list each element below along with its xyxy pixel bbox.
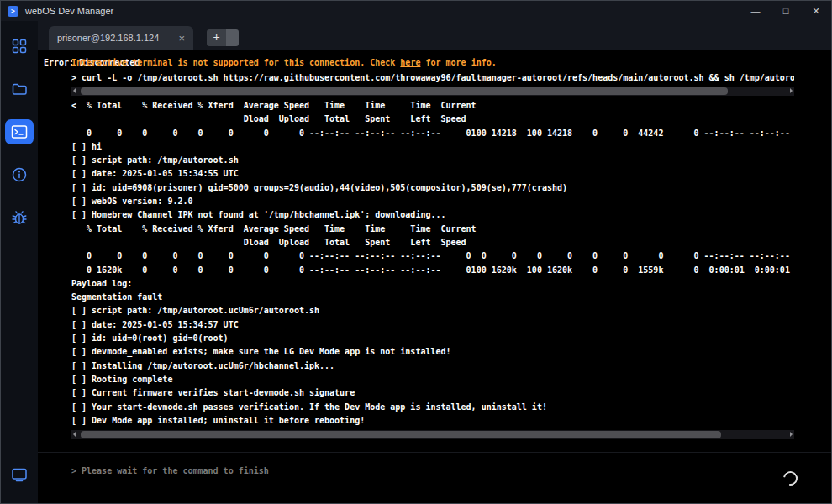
- terminal-line: [ ] Homebrew Channel IPK not found at '/…: [71, 208, 794, 222]
- window-minimize-button[interactable]: —: [740, 1, 771, 21]
- plus-icon[interactable]: +: [207, 29, 226, 46]
- terminal-line: [ ] Rooting complete: [71, 373, 794, 386]
- terminal-warning: Interactive terminal is not supported fo…: [71, 58, 497, 67]
- app-title: webOS Dev Manager: [25, 6, 113, 16]
- terminal-line: Segmentation fault: [71, 291, 794, 304]
- terminal-line: [ ] id: uid=6908(prisoner) gid=5000 grou…: [71, 181, 794, 195]
- status-message: > Please wait for the command to finish: [71, 453, 831, 475]
- tab-session[interactable]: prisoner@192.168.1.124 ×: [49, 26, 193, 50]
- info-icon: [11, 166, 28, 183]
- sidebar: [1, 21, 38, 503]
- terminal-icon: [5, 119, 34, 144]
- terminal-line: [ ] date: 2025-01-05 15:34:55 UTC: [71, 167, 794, 181]
- tab-close-icon[interactable]: ×: [178, 33, 185, 44]
- terminal-line: 0 0 0 0 0 0 0 0 --:--:-- --:--:-- --:--:…: [71, 127, 794, 140]
- terminal-line: [ ] devmode_enabled exists; make sure th…: [71, 345, 794, 359]
- scrollbar-thumb[interactable]: [81, 431, 721, 438]
- app-icon: >: [8, 6, 18, 17]
- terminal-line: [ ] script path: /tmp/autoroot.ucUm6r/au…: [71, 304, 794, 318]
- apps-grid-icon: [11, 38, 28, 55]
- command-status-bar: > Please wait for the command to finish: [38, 452, 831, 503]
- titlebar: > webOS Dev Manager — □ ✕: [1, 1, 831, 21]
- tabbar: prisoner@192.168.1.124 × +: [38, 21, 831, 50]
- scroll-left-arrow-icon[interactable]: [73, 432, 76, 437]
- sidebar-item-terminal[interactable]: [3, 115, 36, 149]
- window-controls: — □ ✕: [740, 1, 831, 21]
- terminal-line: [ ] Your start-devmode.sh passes verific…: [71, 401, 794, 414]
- terminal-line: % Total % Received % Xferd Average Speed…: [71, 223, 794, 236]
- tab-label: prisoner@192.168.1.124: [57, 33, 159, 43]
- terminal-line: [ ] Installing /tmp/autoroot.ucUm6r/hbch…: [71, 360, 794, 373]
- terminal-line: Dload Upload Total Spent Left Speed: [71, 113, 794, 126]
- sidebar-item-device[interactable]: [3, 458, 36, 491]
- terminal-output: < % Total % Received % Xferd Average Spe…: [71, 99, 794, 428]
- terminal-line: [ ] hi: [71, 140, 794, 154]
- scrollbar-thumb[interactable]: [81, 87, 728, 95]
- warning-prefix: Interactive terminal is not supported fo…: [71, 58, 400, 67]
- bug-icon: [11, 209, 28, 226]
- scroll-left-arrow-icon[interactable]: [73, 88, 76, 93]
- terminal-line: [ ] Dev Mode app installed; uninstall it…: [71, 414, 794, 428]
- sidebar-item-files[interactable]: [3, 72, 36, 106]
- sidebar-item-info[interactable]: [3, 158, 36, 192]
- notice-row: Error: Disconnected Interactive terminal…: [44, 58, 831, 70]
- terminal-line: Dload Upload Total Spent Left Speed: [71, 236, 794, 249]
- tv-icon: [11, 466, 28, 483]
- folder-icon: [11, 81, 28, 97]
- terminal-line: [ ] date: 2025-01-05 15:34:57 UTC: [71, 318, 794, 332]
- more-info-link[interactable]: here: [400, 58, 420, 67]
- terminal-line: < % Total % Received % Xferd Average Spe…: [71, 99, 794, 113]
- terminal-viewport: > curl -L -o /tmp/autoroot.sh https://ra…: [71, 73, 794, 439]
- main-panel: prisoner@192.168.1.124 × + Error: Discon…: [38, 21, 831, 503]
- warning-suffix: for more info.: [420, 58, 496, 67]
- terminal-panel: Error: Disconnected Interactive terminal…: [38, 50, 831, 503]
- sidebar-item-apps[interactable]: [3, 29, 36, 63]
- terminal-line: 0 0 0 0 0 0 0 0 --:--:-- --:--:-- --:--:…: [71, 249, 794, 263]
- horizontal-scrollbar-top[interactable]: [71, 87, 794, 96]
- horizontal-scrollbar-bottom[interactable]: [71, 430, 794, 439]
- terminal-line: Payload log:: [71, 277, 794, 291]
- terminal-line: [ ] id: uid=0(root) gid=0(root): [71, 332, 794, 345]
- window-maximize-button[interactable]: □: [771, 1, 801, 21]
- new-tab-dropdown[interactable]: [226, 29, 239, 46]
- terminal-line: [ ] script path: /tmp/autoroot.sh: [71, 154, 794, 167]
- terminal-line: [ ] webOS version: 9.2.0: [71, 195, 794, 208]
- window-close-button[interactable]: ✕: [801, 1, 831, 21]
- terminal-line: 0 1620k 0 0 0 0 0 0 --:--:-- --:--:-- --…: [71, 264, 794, 277]
- sidebar-item-debug[interactable]: [3, 201, 36, 234]
- scroll-right-arrow-icon[interactable]: [790, 88, 793, 93]
- scroll-right-arrow-icon[interactable]: [790, 432, 793, 437]
- terminal-line: [ ] Current firmware verifies start-devm…: [71, 386, 794, 400]
- terminal-command: > curl -L -o /tmp/autoroot.sh https://ra…: [71, 73, 794, 84]
- app-window: > webOS Dev Manager — □ ✕: [0, 0, 832, 504]
- new-tab-button[interactable]: +: [207, 29, 239, 46]
